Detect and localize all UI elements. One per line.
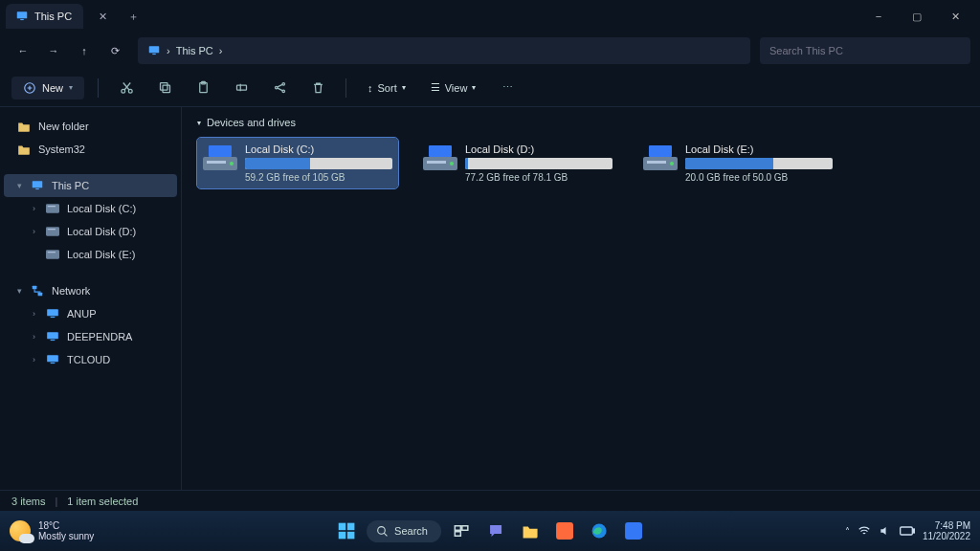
view-button[interactable]: ☰ View ▾ xyxy=(423,77,484,99)
chevron-down-icon: ▾ xyxy=(17,181,25,190)
svg-rect-28 xyxy=(51,340,56,341)
svg-rect-32 xyxy=(207,161,226,164)
drive-name: Local Disk (C:) xyxy=(245,143,392,155)
svg-point-14 xyxy=(282,90,285,93)
sidebar-item-drive-d[interactable]: › Local Disk (D:) xyxy=(4,220,177,243)
sidebar-item-label: ANUP xyxy=(67,308,97,320)
maximize-button[interactable]: ▢ xyxy=(898,2,936,31)
sort-button[interactable]: ↕ Sort ▾ xyxy=(360,77,413,99)
refresh-button[interactable]: ⟳ xyxy=(101,37,128,64)
back-button[interactable]: ← xyxy=(10,37,36,64)
svg-rect-2 xyxy=(149,46,160,53)
svg-rect-30 xyxy=(51,363,56,364)
taskbar-app[interactable] xyxy=(619,517,648,545)
sidebar-item-network-tcloud[interactable]: › TCLOUD xyxy=(4,348,177,371)
drive-item[interactable]: Local Disk (D:)77.2 GB free of 78.1 GB xyxy=(417,138,618,188)
svg-rect-3 xyxy=(152,54,156,55)
taskbar-app[interactable] xyxy=(550,517,579,545)
sidebar-item-this-pc[interactable]: ▾ This PC xyxy=(4,174,177,197)
sort-label: Sort xyxy=(378,82,397,94)
taskbar-weather[interactable]: 18°C Mostly sunny xyxy=(10,520,94,541)
view-label: View xyxy=(445,82,468,94)
svg-rect-51 xyxy=(556,522,573,540)
svg-rect-29 xyxy=(47,355,58,362)
taskbar-edge[interactable] xyxy=(585,517,613,545)
drive-item[interactable]: Local Disk (E:)20.0 GB free of 50.0 GB xyxy=(637,138,838,188)
breadcrumb[interactable]: › This PC › xyxy=(138,37,750,64)
svg-rect-49 xyxy=(462,526,468,531)
tab-title: This PC xyxy=(34,11,72,22)
sidebar-item-network-anup[interactable]: › ANUP xyxy=(4,302,177,325)
chevron-right-icon: › xyxy=(33,355,40,364)
tray-date: 11/20/2022 xyxy=(923,531,970,541)
sidebar-item-label: System32 xyxy=(38,143,85,155)
volume-icon[interactable] xyxy=(879,524,892,538)
copy-button[interactable] xyxy=(150,74,179,102)
paste-button[interactable] xyxy=(189,74,217,102)
sidebar-item-label: New folder xyxy=(38,121,89,132)
sidebar-item-drive-e[interactable]: Local Disk (E:) xyxy=(4,243,177,266)
system-tray[interactable]: ˄ 7:48 PM 11/20/2022 xyxy=(845,520,970,541)
chevron-right-icon: › xyxy=(33,227,40,236)
separator xyxy=(98,78,99,98)
drive-capacity-bar xyxy=(245,158,392,169)
drive-item[interactable]: Local Disk (C:)59.2 GB free of 105 GB xyxy=(197,138,398,188)
svg-rect-46 xyxy=(347,532,355,540)
drive-capacity-bar xyxy=(685,158,833,169)
tab-close-button[interactable]: ✕ xyxy=(91,5,114,28)
svg-rect-19 xyxy=(46,227,59,235)
tab-this-pc[interactable]: This PC xyxy=(6,4,83,29)
search-input[interactable]: Search This PC xyxy=(760,37,970,64)
delete-button[interactable] xyxy=(303,74,332,102)
separator xyxy=(345,78,346,98)
svg-point-13 xyxy=(282,83,285,86)
svg-rect-23 xyxy=(33,286,37,290)
cut-button[interactable] xyxy=(112,74,141,102)
chevron-up-icon[interactable]: ˄ xyxy=(845,526,850,537)
weather-icon xyxy=(10,520,31,541)
task-view-button[interactable] xyxy=(447,517,476,545)
svg-rect-21 xyxy=(46,250,59,258)
sidebar-item-network-deependra[interactable]: › DEEPENDRA xyxy=(4,325,177,348)
taskbar: 18°C Mostly sunny Search ˄ xyxy=(0,511,980,551)
wifi-icon[interactable] xyxy=(858,524,871,538)
status-selected-count: 1 item selected xyxy=(67,496,138,507)
sidebar-item-network[interactable]: ▾ Network xyxy=(4,279,177,302)
drive-capacity-bar xyxy=(465,158,612,169)
close-button[interactable]: ✕ xyxy=(936,2,974,31)
svg-rect-16 xyxy=(35,188,39,189)
folder-icon xyxy=(17,143,33,156)
up-button[interactable]: ↑ xyxy=(71,37,98,64)
breadcrumb-sep: › xyxy=(219,45,223,56)
battery-icon[interactable] xyxy=(900,526,915,536)
weather-temp: 18°C xyxy=(38,520,94,531)
svg-rect-0 xyxy=(17,11,28,18)
sort-icon: ↕ xyxy=(368,82,373,94)
computer-icon xyxy=(46,330,61,343)
new-tab-button[interactable]: ＋ xyxy=(122,5,145,28)
taskbar-chat[interactable] xyxy=(481,517,510,545)
start-button[interactable] xyxy=(332,517,361,545)
group-devices-and-drives[interactable]: ▾ Devices and drives xyxy=(197,117,965,128)
more-button[interactable]: ⋯ xyxy=(493,74,522,102)
taskbar-explorer[interactable] xyxy=(516,517,545,545)
forward-button[interactable]: → xyxy=(40,37,67,64)
sidebar-item-system32[interactable]: System32 xyxy=(4,138,177,161)
sidebar-item-new-folder[interactable]: New folder xyxy=(4,115,177,138)
new-button[interactable]: New ▾ xyxy=(11,77,84,99)
status-item-count: 3 items xyxy=(11,496,45,507)
minimize-button[interactable]: − xyxy=(859,2,898,31)
share-button[interactable] xyxy=(265,74,294,102)
svg-rect-22 xyxy=(48,252,56,253)
chevron-down-icon: ▾ xyxy=(69,83,73,92)
sidebar-item-drive-c[interactable]: › Local Disk (C:) xyxy=(4,197,177,220)
svg-point-12 xyxy=(275,86,278,89)
rename-button[interactable] xyxy=(227,74,256,102)
new-label: New xyxy=(42,82,63,94)
sidebar-item-label: This PC xyxy=(52,180,89,191)
taskbar-search[interactable]: Search xyxy=(367,520,441,542)
taskbar-search-label: Search xyxy=(394,525,428,537)
chevron-down-icon: ▾ xyxy=(472,83,476,92)
computer-icon xyxy=(46,353,61,366)
nav-row: ← → ↑ ⟳ › This PC › Search This PC xyxy=(0,33,980,69)
